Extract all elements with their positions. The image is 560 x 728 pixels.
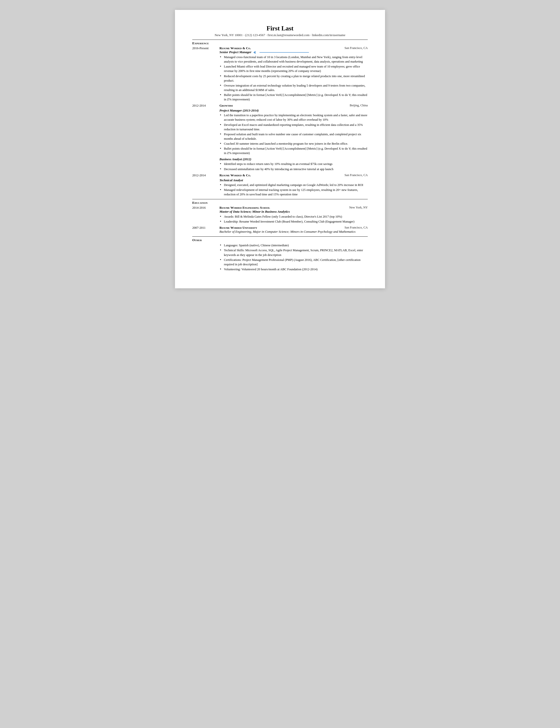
entry-content-rwu: Resume Worded University San Francisco, … bbox=[220, 226, 368, 234]
arrow-indicator bbox=[253, 50, 309, 54]
school-rwes: Resume Worded Engineering School bbox=[220, 206, 270, 210]
entry-content-rw2016: Resume Worded & Co. San Francisco, CA Se… bbox=[220, 46, 368, 102]
other-bullet-4: Volunteering: Volunteered 20 hours/month… bbox=[220, 267, 368, 272]
resume-page: First Last New York, NY 10001 · (212) 12… bbox=[175, 10, 385, 288]
entry-header-growthsi: Growthsi Beijing, China bbox=[220, 104, 368, 108]
degree-rwu: Bachelor of Engineering, Major in Comput… bbox=[220, 230, 368, 234]
entry-content-rw2012: Resume Worded & Co. San Francisco, CA Te… bbox=[220, 173, 368, 197]
bullet-ba-2: Decreased uninstallation rate by 40% by … bbox=[220, 167, 368, 171]
bullet-pm-3: Proposed solution and built team to solv… bbox=[220, 132, 368, 141]
location-rwu: San Francisco, CA bbox=[344, 226, 368, 229]
entry-rw-2012: 2012-2014 Resume Worded & Co. San Franci… bbox=[192, 173, 368, 197]
job-title-ta: Technical Analyst bbox=[220, 178, 368, 182]
bullet-rwes-1: Awards: Bill & Melinda Gates Fellow (onl… bbox=[220, 214, 368, 219]
bullet-pm-2: Developed an Excel macro and standardize… bbox=[220, 123, 368, 132]
bullet-pm-1: Led the transition to a paperless practi… bbox=[220, 113, 368, 122]
entry-date-growthsi: 2012-2014 bbox=[192, 104, 220, 172]
bullets-rwes: Awards: Bill & Melinda Gates Fellow (onl… bbox=[220, 214, 368, 224]
job-title-pm: Project Manager (2013-2014) bbox=[220, 109, 368, 113]
bullet-ba-1: Identified steps to reduce return rates … bbox=[220, 162, 368, 166]
education-section: Education 2014-2016 Resume Worded Engine… bbox=[192, 201, 368, 234]
other-bullet-3: Certifications: Project Management Profe… bbox=[220, 258, 368, 267]
entry-date-rwes: 2014-2016 bbox=[192, 206, 220, 224]
bullets-ta: Designed, executed, and optimized digita… bbox=[220, 183, 368, 197]
entry-rwu: 2007-2011 Resume Worded University San F… bbox=[192, 226, 368, 234]
experience-title: Experience bbox=[192, 41, 368, 45]
job-title-text-spm: Senior Project Manager bbox=[220, 50, 251, 54]
company-growthsi: Growthsi bbox=[220, 104, 233, 108]
entry-header-rwes: Resume Worded Engineering School New Yor… bbox=[220, 206, 368, 210]
edu-other-divider bbox=[192, 236, 368, 237]
other-bullets: Languages: Spanish (native), Chinese (in… bbox=[220, 243, 368, 272]
arrow-head-icon bbox=[253, 51, 256, 54]
location-rw2012: San Francisco, CA bbox=[344, 173, 368, 177]
entry-content-rwes: Resume Worded Engineering School New Yor… bbox=[220, 206, 368, 224]
company-rw2012: Resume Worded & Co. bbox=[220, 173, 251, 177]
bullet-spm-1: Managed cross-functional team of 10 in 3… bbox=[220, 55, 368, 64]
other-bullet-1: Languages: Spanish (native), Chinese (in… bbox=[220, 243, 368, 248]
bullets-pm: Led the transition to a paperless practi… bbox=[220, 113, 368, 155]
entry-header-rw2016: Resume Worded & Co. San Francisco, CA bbox=[220, 46, 368, 50]
arrow-line bbox=[260, 52, 309, 53]
bullet-rwes-2: Leadership: Resume Worded Investment Clu… bbox=[220, 219, 368, 224]
resume-header: First Last New York, NY 10001 · (212) 12… bbox=[192, 25, 368, 37]
education-title: Education bbox=[192, 201, 368, 205]
other-content: Languages: Spanish (native), Chinese (in… bbox=[192, 243, 368, 272]
candidate-name: First Last bbox=[192, 25, 368, 32]
entry-content-growthsi: Growthsi Beijing, China Project Manager … bbox=[220, 104, 368, 172]
entry-growthsi: 2012-2014 Growthsi Beijing, China Projec… bbox=[192, 104, 368, 172]
bullet-spm-4: Oversaw integration of an external techn… bbox=[220, 83, 368, 92]
bullets-spm: Managed cross-functional team of 10 in 3… bbox=[220, 55, 368, 102]
other-title: Other bbox=[192, 238, 368, 242]
bullet-spm-2: Launched Miami office with lead Director… bbox=[220, 64, 368, 73]
bullet-pm-5: Bullet points should be in format [Actio… bbox=[220, 146, 368, 155]
bullets-ba: Identified steps to reduce return rates … bbox=[220, 162, 368, 171]
entry-date-rw2012: 2012-2014 bbox=[192, 173, 220, 197]
location-rw2016: San Francisco, CA bbox=[344, 46, 368, 50]
other-bullet-2: Technical Skills: Microsoft Access, SQL,… bbox=[220, 248, 368, 257]
school-rwu: Resume Worded University bbox=[220, 226, 257, 230]
experience-section: Experience 2016-Present Resume Worded & … bbox=[192, 41, 368, 197]
degree-rwes: Master of Data Science; Minor in Busines… bbox=[220, 210, 368, 214]
company-rw2016: Resume Worded & Co. bbox=[220, 46, 251, 50]
location-rwes: New York, NY bbox=[349, 206, 368, 209]
bullet-spm-5: Bullet points should be in format [Actio… bbox=[220, 93, 368, 102]
entry-date-rwu: 2007-2011 bbox=[192, 226, 220, 234]
bullet-pm-4: Coached 30 summer interns and launched a… bbox=[220, 141, 368, 146]
job-title-ba: Business Analyst (2012) bbox=[220, 157, 368, 161]
other-section: Other Languages: Spanish (native), Chine… bbox=[192, 238, 368, 272]
bullet-spm-3: Reduced development costs by 25 percent … bbox=[220, 74, 368, 83]
bullet-ta-1: Designed, executed, and optimized digita… bbox=[220, 183, 368, 187]
entry-header-rwu: Resume Worded University San Francisco, … bbox=[220, 226, 368, 230]
entry-date-rw2016: 2016-Present bbox=[192, 46, 220, 102]
entry-rwes: 2014-2016 Resume Worded Engineering Scho… bbox=[192, 206, 368, 224]
job-title-spm: Senior Project Manager bbox=[220, 50, 368, 54]
entry-header-rw2012: Resume Worded & Co. San Francisco, CA bbox=[220, 173, 368, 177]
location-growthsi: Beijing, China bbox=[350, 104, 368, 107]
exp-edu-divider bbox=[192, 199, 368, 199]
contact-info: New York, NY 10001 · (212) 123-4567 · fi… bbox=[192, 33, 368, 37]
entry-rw-2016: 2016-Present Resume Worded & Co. San Fra… bbox=[192, 46, 368, 102]
bullet-ta-2: Managed redevelopment of internal tracki… bbox=[220, 188, 368, 197]
